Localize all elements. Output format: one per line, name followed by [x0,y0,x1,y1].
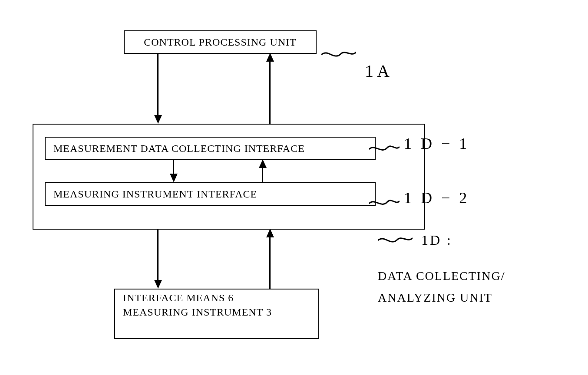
label-1d-2: 1 D − 2 [404,189,469,207]
block-measurement-data-collecting-interface-text: MEASUREMENT DATA COLLECTING INTERFACE [53,143,305,155]
block-control-processing-unit-text: CONTROL PROCESSING UNIT [144,36,296,48]
arrow-mid-to-top-up-line [269,61,271,124]
block-measurement-data-collecting-interface: MEASUREMENT DATA COLLECTING INTERFACE [45,137,376,160]
arrow-bottom-to-mid-up-head [266,229,274,237]
block-interface-means: INTERFACE MEANS 6 MEASURING INSTRUMENT 3 [114,289,319,339]
arrow-inner-up-head [259,159,267,168]
tilde-1d-2 [369,197,400,206]
block-interface-means-line2: MEASURING INSTRUMENT 3 [123,306,272,318]
arrow-inner-down-head [170,174,178,182]
label-1d-1: 1 D − 1 [404,135,469,153]
block-measuring-instrument-interface: MEASURING INSTRUMENT INTERFACE [45,182,376,206]
tilde-1d [378,234,413,243]
block-control-processing-unit: CONTROL PROCESSING UNIT [124,30,317,54]
tilde-1d-1 [369,143,400,152]
label-1d-line1: DATA COLLECTING/ [378,269,505,283]
arrow-inner-up-line [262,167,263,182]
arrow-top-to-mid-down-head [154,115,162,124]
block-measuring-instrument-interface-text: MEASURING INSTRUMENT INTERFACE [53,188,257,200]
arrow-mid-to-bottom-down-line [157,229,159,281]
label-1d-line2: ANALYZING UNIT [378,291,492,305]
label-1a: 1A [365,61,393,81]
block-interface-means-line1: INTERFACE MEANS 6 [123,292,234,304]
arrow-bottom-to-mid-up-line [269,237,271,289]
arrow-top-to-mid-down-line [157,53,159,116]
tilde-1a [321,49,356,57]
arrow-mid-to-top-up-head [266,53,274,62]
arrow-mid-to-bottom-down-head [154,280,162,289]
arrow-inner-down-line [173,159,174,174]
label-1d-prefix: 1D : [421,232,453,248]
